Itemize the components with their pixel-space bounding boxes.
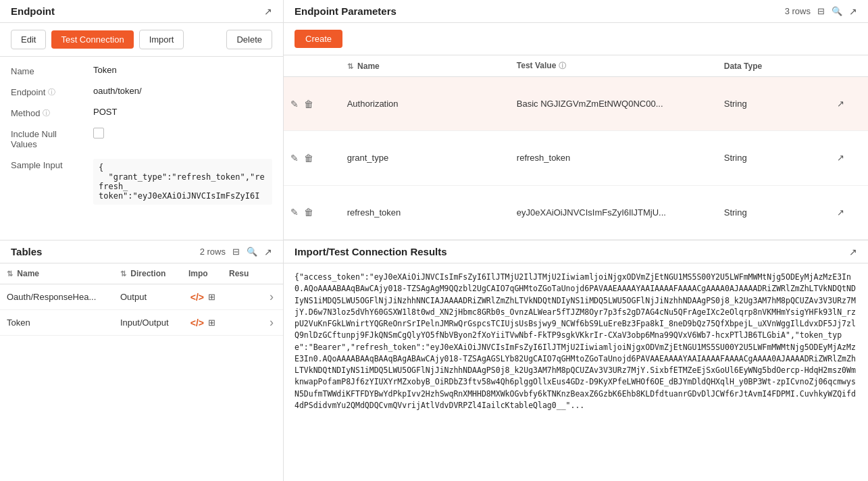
tables-direction-col-header: ⇅ Direction bbox=[113, 263, 182, 284]
endpoint-label: Endpoint ⓘ bbox=[11, 86, 85, 97]
params-row-ext: ↗ bbox=[830, 77, 868, 131]
results-body: {"access_token":"eyJ0eXAiOiJNVCIsImFsZyI… bbox=[284, 263, 868, 481]
row-link-out-icon[interactable]: ↗ bbox=[837, 207, 844, 218]
params-table-row: ✎ 🗑 Authorization Basic NGJIZGVmZmEtNWQ0… bbox=[284, 77, 868, 131]
tables-expand-icon[interactable]: ↗ bbox=[264, 247, 272, 257]
tables-row-code-icon[interactable]: </> bbox=[190, 292, 204, 303]
params-table-row: ✎ 🗑 grant_type refresh_token String ↗ bbox=[284, 131, 868, 185]
tables-name-sort-icon[interactable]: ⇅ bbox=[7, 270, 13, 278]
endpoint-panel: Endpoint ↗ Edit Test Connection Import D… bbox=[0, 0, 284, 240]
results-expand-icon[interactable]: ↗ bbox=[849, 247, 857, 257]
tables-row-direction: Input/Output bbox=[113, 310, 182, 336]
endpoint-header: Endpoint ↗ bbox=[0, 0, 283, 23]
edit-button[interactable]: Edit bbox=[11, 30, 46, 49]
tables-rows-count: 2 rows bbox=[200, 247, 226, 257]
tables-row-import-actions: </> ⊞ bbox=[182, 310, 222, 336]
params-search-icon[interactable]: 🔍 bbox=[832, 6, 842, 16]
edit-row-icon[interactable]: ✎ bbox=[290, 153, 299, 163]
delete-row-icon[interactable]: 🗑 bbox=[304, 99, 313, 109]
params-row-testval: eyJ0eXAiOiJNVCIsImFsZyI6IlJTMjU... bbox=[510, 185, 717, 239]
params-row-actions: ✎ 🗑 bbox=[284, 77, 340, 131]
endpoint-row: Endpoint ⓘ oauth/token/ bbox=[11, 86, 272, 97]
tables-row-name: Token bbox=[0, 310, 113, 336]
endpoint-params-header: Endpoint Parameters 3 rows ⊟ 🔍 ↗ bbox=[284, 0, 868, 23]
tables-row-code-icon[interactable]: </> bbox=[190, 318, 204, 328]
params-table-row: ✎ 🗑 refresh_token eyJ0eXAiOiJNVCIsImFsZy… bbox=[284, 185, 868, 239]
endpoint-info-icon: ⓘ bbox=[48, 87, 55, 97]
tables-search-icon[interactable]: 🔍 bbox=[247, 247, 257, 257]
include-null-checkbox[interactable] bbox=[93, 128, 104, 138]
endpoint-toolbar: Edit Test Connection Import Delete bbox=[0, 23, 283, 57]
edit-row-icon[interactable]: ✎ bbox=[290, 99, 299, 109]
params-filter-icon[interactable]: ⊟ bbox=[817, 6, 825, 16]
endpoint-expand-icon[interactable]: ↗ bbox=[264, 6, 272, 17]
endpoint-params-header-right: 3 rows ⊟ 🔍 ↗ bbox=[785, 6, 857, 17]
results-header: Import/Test Connection Results ↗ bbox=[284, 240, 868, 263]
tables-row-chevron-icon[interactable]: › bbox=[270, 290, 274, 303]
tables-row-direction: Output bbox=[113, 284, 182, 310]
tables-row-chevron-icon[interactable]: › bbox=[270, 315, 274, 329]
results-title: Import/Test Connection Results bbox=[295, 246, 447, 257]
tables-title: Tables bbox=[11, 246, 42, 257]
method-row: Method ⓘ POST bbox=[11, 107, 272, 118]
tables-row-import-actions: </> ⊞ bbox=[182, 284, 222, 310]
tables-row-result-actions bbox=[222, 310, 263, 336]
tables-filter-icon[interactable]: ⊟ bbox=[232, 247, 240, 257]
tables-row-nav: › bbox=[263, 310, 283, 336]
tables-row-nav: › bbox=[263, 284, 283, 310]
tables-row-table-icon[interactable]: ⊞ bbox=[208, 292, 215, 302]
params-rows-count: 3 rows bbox=[785, 6, 811, 16]
tables-header-row: ⇅ Name ⇅ Direction Impo Resu bbox=[0, 263, 283, 284]
params-row-testval: Basic NGJIZGVmZmEtNWQ0NC00... bbox=[510, 77, 717, 131]
tables-row-result-actions bbox=[222, 284, 263, 310]
import-button[interactable]: Import bbox=[139, 30, 184, 49]
params-row-testval: refresh_token bbox=[510, 131, 717, 185]
delete-row-icon[interactable]: 🗑 bbox=[304, 207, 313, 218]
params-row-datatype: String bbox=[717, 131, 830, 185]
row-link-out-icon[interactable]: ↗ bbox=[837, 153, 844, 163]
row-link-out-icon[interactable]: ↗ bbox=[837, 99, 844, 109]
endpoint-params-panel: Endpoint Parameters 3 rows ⊟ 🔍 ↗ Create … bbox=[284, 0, 868, 240]
endpoint-value: oauth/token/ bbox=[93, 86, 272, 96]
tables-panel: Tables 2 rows ⊟ 🔍 ↗ ⇅ Name ⇅ Direction I… bbox=[0, 240, 284, 481]
tables-row-table-icon[interactable]: ⊞ bbox=[208, 318, 215, 328]
endpoint-params-title: Endpoint Parameters bbox=[295, 5, 397, 17]
create-button[interactable]: Create bbox=[295, 30, 342, 48]
tables-table-row: Token Input/Output </> ⊞ › bbox=[0, 310, 283, 336]
params-actions-col-header bbox=[284, 55, 340, 77]
sample-input-row: Sample Input { "grant_type":"refresh_tok… bbox=[11, 159, 272, 205]
edit-row-icon[interactable]: ✎ bbox=[290, 207, 299, 218]
method-value: POST bbox=[93, 107, 272, 117]
name-sort-icon[interactable]: ⇅ bbox=[347, 62, 353, 70]
tables-table-row: Oauth/ResponseHea... Output </> ⊞ › bbox=[0, 284, 283, 310]
tables-dir-sort-icon[interactable]: ⇅ bbox=[120, 270, 126, 278]
params-row-datatype: String bbox=[717, 77, 830, 131]
params-row-name: Authorization bbox=[340, 77, 510, 131]
name-label: Name bbox=[11, 65, 85, 76]
method-label: Method ⓘ bbox=[11, 107, 85, 118]
sample-input-value: { "grant_type":"refresh_token","refresh_… bbox=[93, 159, 272, 205]
params-row-name: refresh_token bbox=[340, 185, 510, 239]
results-content: {"access_token":"eyJ0eXAiOiJNVCIsImFsZyI… bbox=[295, 272, 857, 411]
include-null-label: Include Null Values bbox=[11, 128, 85, 149]
sample-input-label: Sample Input bbox=[11, 159, 85, 170]
tables-header: Tables 2 rows ⊟ 🔍 ↗ bbox=[0, 240, 283, 263]
params-datatype-col-header: Data Type bbox=[717, 55, 830, 77]
tables-table: ⇅ Name ⇅ Direction Impo Resu Oauth/Respo… bbox=[0, 263, 283, 336]
tables-row-name: Oauth/ResponseHea... bbox=[0, 284, 113, 310]
params-row-ext: ↗ bbox=[830, 131, 868, 185]
tables-import-col-header: Impo bbox=[182, 263, 222, 284]
params-row-ext: ↗ bbox=[830, 185, 868, 239]
params-ext-col-header bbox=[830, 55, 868, 77]
params-row-actions: ✎ 🗑 bbox=[284, 185, 340, 239]
delete-row-icon[interactable]: 🗑 bbox=[304, 153, 313, 163]
params-expand-icon[interactable]: ↗ bbox=[849, 6, 857, 17]
test-connection-button[interactable]: Test Connection bbox=[51, 30, 133, 49]
params-name-col-header: ⇅ Name bbox=[340, 55, 510, 77]
tables-nav-col-header bbox=[263, 263, 283, 284]
params-toolbar: Create bbox=[284, 23, 868, 55]
results-panel: Import/Test Connection Results ↗ {"acces… bbox=[284, 240, 868, 481]
delete-button[interactable]: Delete bbox=[226, 30, 272, 49]
params-table: ⇅ Name Test Value ⓘ Data Type ✎ 🗑 bbox=[284, 55, 868, 240]
test-value-info-icon: ⓘ bbox=[559, 61, 566, 70]
